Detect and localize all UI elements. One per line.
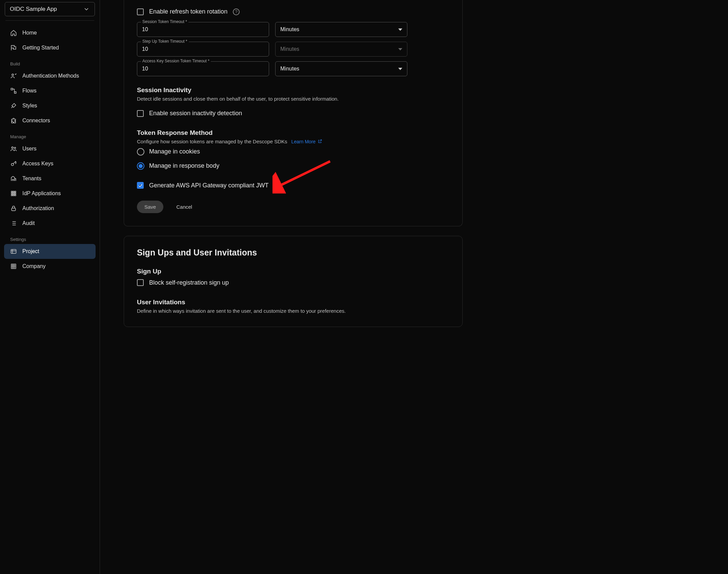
sidebar-item-connectors[interactable]: Connectors xyxy=(4,113,96,128)
stepup-token-timeout-input[interactable] xyxy=(137,42,269,57)
section-title-settings: Settings xyxy=(4,231,96,244)
radio-label: Manage in cookies xyxy=(149,148,200,155)
section-title-invitations: User Invitations xyxy=(137,299,449,306)
signups-panel: Sign Ups and User Invitations Sign Up Bl… xyxy=(124,236,463,327)
token-settings-panel: Enable refresh token rotation ? Session … xyxy=(124,0,463,226)
flows-icon xyxy=(10,87,17,94)
sidebar-item-home[interactable]: Home xyxy=(4,25,96,40)
sidebar-item-project[interactable]: Project xyxy=(4,244,96,259)
sidebar-item-label: Users xyxy=(22,146,37,152)
app-selector[interactable]: OIDC Sample App xyxy=(5,2,95,16)
svg-rect-13 xyxy=(13,194,14,196)
svg-rect-11 xyxy=(15,193,16,194)
cancel-button[interactable]: Cancel xyxy=(169,201,200,213)
sidebar-item-label: Connectors xyxy=(22,118,50,124)
svg-rect-1 xyxy=(11,88,13,90)
sidebar-item-label: Styles xyxy=(22,103,37,109)
svg-point-4 xyxy=(14,147,16,148)
session-token-unit-select[interactable]: Minutes xyxy=(275,22,407,37)
save-button[interactable]: Save xyxy=(137,201,163,213)
radio-label: Manage in response body xyxy=(149,162,219,169)
sidebar: OIDC Sample App Home Getting Started Bui… xyxy=(0,0,100,574)
section-title-build: Build xyxy=(4,55,96,68)
enable-rotation-checkbox[interactable] xyxy=(137,8,144,15)
session-token-timeout-field: Session Token Timeout * xyxy=(137,22,269,37)
sidebar-item-styles[interactable]: Styles xyxy=(4,98,96,113)
inactivity-checkbox[interactable] xyxy=(137,110,144,117)
company-icon xyxy=(10,263,17,270)
radio-icon xyxy=(137,162,144,170)
select-value: Minutes xyxy=(280,26,299,33)
inactivity-checkbox-label: Enable session inactivity detection xyxy=(149,110,242,117)
sidebar-item-auth-methods[interactable]: Authentication Methods xyxy=(4,68,96,83)
svg-rect-9 xyxy=(11,193,12,194)
sidebar-item-label: Getting Started xyxy=(22,45,59,51)
sidebar-item-company[interactable]: Company xyxy=(4,259,96,274)
aws-jwt-checkbox[interactable] xyxy=(137,182,144,189)
sidebar-item-label: Tenants xyxy=(22,176,41,182)
home-icon xyxy=(10,29,17,36)
session-token-timeout-input[interactable] xyxy=(137,22,269,37)
enable-rotation-label: Enable refresh token rotation xyxy=(149,8,227,15)
sidebar-item-users[interactable]: Users xyxy=(4,141,96,156)
svg-rect-22 xyxy=(11,249,16,253)
block-self-reg-checkbox[interactable] xyxy=(137,279,144,286)
svg-point-5 xyxy=(11,163,14,166)
sidebar-item-flows[interactable]: Flows xyxy=(4,83,96,98)
sidebar-item-access-keys[interactable]: Access Keys xyxy=(4,156,96,171)
aws-jwt-label: Generate AWS API Gateway compliant JWT xyxy=(149,182,268,189)
sidebar-item-label: Project xyxy=(22,248,39,254)
sidebar-item-label: Home xyxy=(22,30,37,36)
svg-rect-12 xyxy=(11,194,12,196)
section-title-manage: Manage xyxy=(4,128,96,141)
svg-rect-7 xyxy=(13,191,14,192)
caret-down-icon xyxy=(398,28,402,31)
tenants-icon xyxy=(10,175,17,182)
svg-rect-6 xyxy=(11,191,12,192)
help-icon[interactable]: ? xyxy=(233,8,240,15)
section-title-token-response: Token Response Method xyxy=(137,129,449,137)
brush-icon xyxy=(10,102,17,109)
main-content: Enable refresh token rotation ? Session … xyxy=(100,0,728,574)
list-icon xyxy=(10,220,17,227)
radio-manage-cookies[interactable]: Manage in cookies xyxy=(137,145,449,159)
sidebar-item-getting-started[interactable]: Getting Started xyxy=(4,40,96,55)
sidebar-item-idp-applications[interactable]: IdP Applications xyxy=(4,186,96,201)
section-title-inactivity: Session Inactivity xyxy=(137,86,449,94)
external-link-icon xyxy=(318,139,322,145)
caret-down-icon xyxy=(398,48,402,50)
lock-icon xyxy=(10,205,17,212)
sidebar-item-label: Audit xyxy=(22,220,35,226)
sidebar-item-label: IdP Applications xyxy=(22,190,61,197)
section-desc-inactivity: Detect idle sessions and close them on b… xyxy=(137,96,449,102)
svg-rect-25 xyxy=(11,264,16,268)
svg-rect-15 xyxy=(12,208,16,211)
auth-icon xyxy=(10,73,17,79)
field-legend: Access Key Session Token Timeout * xyxy=(141,59,211,63)
caret-down-icon xyxy=(398,68,402,70)
accesskey-token-timeout-input[interactable] xyxy=(137,61,269,76)
svg-rect-14 xyxy=(15,194,16,196)
apps-icon xyxy=(10,190,17,197)
chevron-down-icon xyxy=(83,6,90,13)
radio-manage-body[interactable]: Manage in response body xyxy=(137,159,449,173)
svg-rect-8 xyxy=(15,191,16,192)
stepup-token-timeout-field: Step Up Token Timeout * xyxy=(137,42,269,57)
learn-more-label: Learn More xyxy=(291,139,316,144)
project-icon xyxy=(10,248,17,255)
sidebar-item-tenants[interactable]: Tenants xyxy=(4,171,96,186)
field-legend: Step Up Token Timeout * xyxy=(141,39,189,44)
svg-point-3 xyxy=(12,147,13,148)
help-icon[interactable]: ? xyxy=(274,182,281,189)
sidebar-item-authorization[interactable]: Authorization xyxy=(4,201,96,216)
section-desc-invitations: Define in which ways invitation are sent… xyxy=(137,308,449,314)
select-value: Minutes xyxy=(280,46,299,52)
sidebar-item-label: Authorization xyxy=(22,205,54,211)
stepup-token-unit-select: Minutes xyxy=(275,42,407,57)
learn-more-link[interactable]: Learn More xyxy=(291,139,322,145)
accesskey-token-unit-select[interactable]: Minutes xyxy=(275,61,407,76)
sidebar-item-label: Access Keys xyxy=(22,161,54,167)
sidebar-item-label: Flows xyxy=(22,88,37,94)
app-selector-label: OIDC Sample App xyxy=(10,6,57,13)
sidebar-item-audit[interactable]: Audit xyxy=(4,216,96,231)
